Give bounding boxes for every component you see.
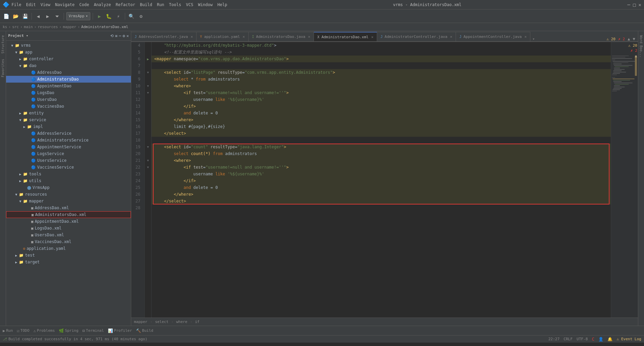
gutter-line-10[interactable]: ▼ [145,83,151,89]
back-button[interactable]: ◀ [34,12,42,20]
minimize-button[interactable]: ─ [627,2,630,7]
tab-close-button[interactable]: ✕ [243,35,245,39]
breadcrumb-src[interactable]: src [12,25,19,29]
close-button[interactable]: ✕ [639,2,641,7]
search-everywhere-button[interactable]: 🔍 [128,12,136,20]
tree-item-mapper[interactable]: ▼ 📁 mapper [6,198,131,204]
forward-button[interactable]: ▶ [44,12,52,20]
gutter-line-8[interactable]: ▼ [145,69,151,76]
nav-mapper[interactable]: mapper [134,320,147,324]
toggle-editor-button-2[interactable]: ▼ [633,37,635,41]
tree-item-AdministratorsDao[interactable]: 🔵 AdministratorsDao [6,76,131,83]
event-log[interactable]: ⚠ Event Log [617,337,641,341]
tree-item-AddressDao[interactable]: 🔵 AddressDao [6,69,131,76]
nav-if[interactable]: if [195,320,200,324]
user-icon[interactable]: 👤 [598,337,603,342]
tab-close-button[interactable]: ✕ [308,35,310,39]
tab-AddressController[interactable]: J AddressController.java ✕ [131,32,197,41]
run-marker-icon[interactable]: ▶ [147,57,149,61]
tree-item-UsersDao[interactable]: 🔵 UsersDao [6,96,131,103]
menu-window[interactable]: Window [198,2,212,7]
tree-item-AppointmentDao-xml[interactable]: ▣ AppointmentDao.xml [6,218,131,225]
problems-button[interactable]: ⚠ Problems [33,328,55,333]
terminal-button[interactable]: ⊟ Terminal [83,328,104,333]
menu-tools[interactable]: Tools [169,2,181,7]
close-sidebar-icon[interactable]: ✕ [127,34,129,38]
menu-code[interactable]: Code [79,2,89,7]
tree-item-resources[interactable]: ▼ 📁 resources [6,191,131,198]
profiler-button[interactable]: 📊 Profiler [108,328,132,333]
tab-AdministratorController[interactable]: J AdministratorController.java ✕ [377,32,456,41]
menu-run[interactable]: Run [157,2,164,7]
tree-item-AppointmentDao[interactable]: 🔵 AppointmentDao [6,83,131,89]
tree-item-vrms[interactable]: ▼ 📁 vrms [6,42,131,49]
gutter-line-11[interactable]: ▼ [145,89,151,96]
menu-vcs[interactable]: VCS [186,2,193,7]
fold-icon[interactable]: ▼ [147,84,149,88]
menu-refactor[interactable]: Refactor [116,2,135,7]
tab-bar[interactable]: J AddressController.java ✕ Y application… [131,31,638,42]
tree-item-LogsDao[interactable]: 🔵 LogsDao [6,89,131,96]
tree-item-controller[interactable]: ▶ 📁 controller [6,56,131,62]
menu-view[interactable]: View [41,2,50,7]
recent-files-button[interactable]: ⏷ [53,12,61,20]
gutter-line-19[interactable]: ▼ [145,144,151,150]
tree-item-UsersService[interactable]: 🔵 UsersService [6,157,131,164]
breadcrumb-main[interactable]: main [24,25,33,29]
menu-help[interactable]: Help [217,2,227,7]
tree-item-impl[interactable]: ▶ 📁 impl [6,123,131,130]
todo-button[interactable]: ☑ TODO [17,328,29,333]
tree-item-VaccinesDao-xml[interactable]: ▣ VaccinesDao.xml [6,238,131,245]
maximize-button[interactable]: □ [633,2,636,7]
tree-item-LogsDao-xml[interactable]: ▣ LogsDao.xml [6,225,131,232]
fold-icon[interactable]: ▼ [147,91,149,94]
gutter-line-21[interactable]: ▼ [145,157,151,164]
tree-item-target[interactable]: ▶ 📁 target [6,259,131,265]
nav-select[interactable]: select [155,320,168,324]
tab-close-button[interactable]: ✕ [450,35,453,39]
tab-close-button[interactable]: ✕ [371,35,373,39]
tree-item-VrmsApp[interactable]: ⬤ VrmsApp [6,184,131,191]
tree-item-AddressDao-xml[interactable]: ▣ AddressDao.xml [6,204,131,211]
breadcrumb-file[interactable]: AdministratorsDao.xml [81,25,128,29]
debug-button[interactable]: 🐛 [105,12,113,20]
code-editor[interactable]: "http://mybatis.org/dtd/mybatis-3-mapper… [152,42,611,318]
build-button[interactable]: 🔨 Build [136,328,153,333]
line-ending-selector[interactable]: CRLF [564,337,573,341]
sidebar-actions[interactable]: ⟲ ≡ ⋯ ⚙ ✕ [110,34,129,38]
spring-button[interactable]: 🌿 Spring [59,328,78,333]
tree-item-UsersDao-xml[interactable]: ▣ UsersDao.xml [6,232,131,238]
tree-item-service[interactable]: ▼ 📁 service [6,116,131,123]
fold-icon[interactable]: ▼ [147,159,149,162]
sync-icon[interactable]: ⟲ [110,34,114,38]
fold-icon[interactable]: ▼ [147,71,149,74]
csdn-icon[interactable]: C [592,337,594,342]
project-selector[interactable]: VrmsApp ▾ [66,12,90,20]
tree-item-VaccinesDao[interactable]: 🔵 VaccinesDao [6,103,131,110]
menu-build[interactable]: Build [140,2,152,7]
tree-item-dao[interactable]: ▼ 📁 dao [6,62,131,69]
run-bottom-button[interactable]: ▶ Run [3,328,13,333]
show-options-icon[interactable]: ⋯ [119,34,121,38]
menu-analyze[interactable]: Analyze [94,2,111,7]
breadcrumb-mapper[interactable]: mapper [63,25,76,29]
tree-item-LogsService[interactable]: 🔵 LogsService [6,150,131,157]
tab-scroll-button[interactable]: ▾ [530,37,537,41]
save-button[interactable]: 💾 [21,12,29,20]
settings-icon[interactable]: ⚙ [123,34,125,38]
menu-file[interactable]: File [12,2,21,7]
tree-item-AddressService[interactable]: 🔵 AddressService [6,130,131,137]
structure-panel-label[interactable]: Structure [0,33,5,56]
notification-icon[interactable]: 🔔 [607,337,613,342]
editor-content[interactable]: 4 5 6 7 8 9 10 11 12 13 14 15 16 17 18 1… [131,42,638,318]
toggle-editor-button[interactable]: ▲ [628,37,630,41]
menu-bar[interactable]: File Edit View Navigate Code Analyze Ref… [12,2,227,7]
fold-icon[interactable]: ▼ [147,145,149,149]
gutter-line-22[interactable]: ▼ [145,164,151,171]
tree-item-VaccinesService[interactable]: 🔵 VaccinesService [6,164,131,171]
tab-AdministratorsDao-java[interactable]: I AdministratorsDao.java ✕ [249,32,314,41]
menu-edit[interactable]: Edit [26,2,36,7]
tree-item-entity[interactable]: ▶ 📁 entity [6,110,131,116]
breadcrumb-resources[interactable]: resources [38,25,58,29]
tree-item-AppointmentService[interactable]: 🔵 AppointmentService [6,144,131,150]
